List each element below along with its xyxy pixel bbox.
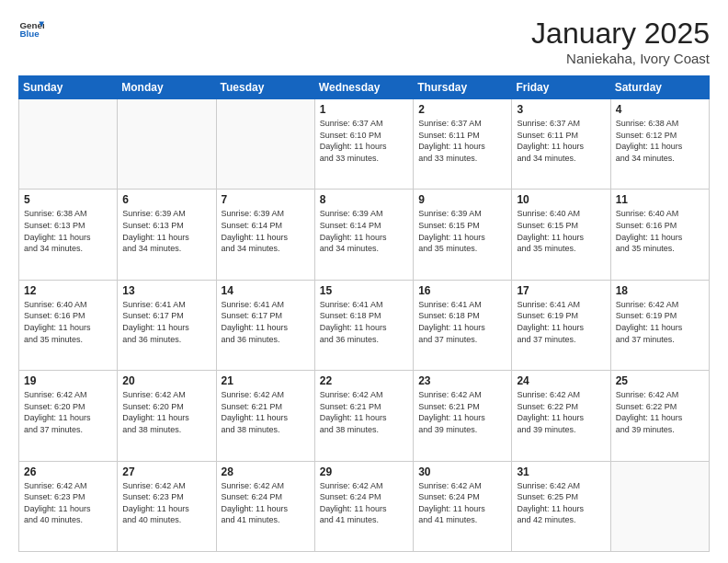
day-number: 17: [517, 284, 605, 297]
day-info: Sunrise: 6:38 AM Sunset: 6:12 PM Dayligh…: [616, 118, 704, 164]
header-wednesday: Wednesday: [314, 76, 413, 99]
header-monday: Monday: [118, 76, 216, 99]
day-number: 13: [122, 284, 210, 297]
title-block: January 2025 Naniekaha, Ivory Coast: [531, 17, 710, 66]
day-number: 22: [320, 374, 408, 387]
day-cell: [118, 99, 216, 190]
day-info: Sunrise: 6:42 AM Sunset: 6:24 PM Dayligh…: [418, 480, 506, 526]
day-cell: 17Sunrise: 6:41 AM Sunset: 6:19 PM Dayli…: [512, 280, 610, 370]
day-info: Sunrise: 6:41 AM Sunset: 6:18 PM Dayligh…: [418, 299, 506, 345]
header-friday: Friday: [512, 76, 610, 99]
header-sunday: Sunday: [19, 76, 118, 99]
day-info: Sunrise: 6:41 AM Sunset: 6:17 PM Dayligh…: [222, 299, 310, 345]
day-cell: 2Sunrise: 6:37 AM Sunset: 6:11 PM Daylig…: [414, 99, 512, 190]
day-cell: 1Sunrise: 6:37 AM Sunset: 6:10 PM Daylig…: [314, 99, 413, 190]
day-info: Sunrise: 6:42 AM Sunset: 6:24 PM Dayligh…: [320, 480, 408, 526]
month-title: January 2025: [531, 17, 710, 51]
day-cell: 21Sunrise: 6:42 AM Sunset: 6:21 PM Dayli…: [216, 371, 314, 461]
day-number: 21: [222, 374, 310, 387]
day-cell: 24Sunrise: 6:42 AM Sunset: 6:22 PM Dayli…: [512, 371, 610, 461]
day-cell: 23Sunrise: 6:42 AM Sunset: 6:21 PM Dayli…: [414, 371, 512, 461]
day-info: Sunrise: 6:37 AM Sunset: 6:11 PM Dayligh…: [418, 118, 506, 164]
day-cell: 14Sunrise: 6:41 AM Sunset: 6:17 PM Dayli…: [216, 280, 314, 370]
logo: General Blue: [18, 17, 48, 42]
logo-icon: General Blue: [18, 17, 44, 42]
day-cell: 28Sunrise: 6:42 AM Sunset: 6:24 PM Dayli…: [216, 461, 314, 551]
day-number: 31: [517, 465, 605, 478]
day-cell: 31Sunrise: 6:42 AM Sunset: 6:25 PM Dayli…: [512, 461, 610, 551]
day-info: Sunrise: 6:39 AM Sunset: 6:13 PM Dayligh…: [122, 208, 210, 254]
day-info: Sunrise: 6:42 AM Sunset: 6:19 PM Dayligh…: [616, 299, 704, 345]
header-tuesday: Tuesday: [216, 76, 314, 99]
day-info: Sunrise: 6:42 AM Sunset: 6:21 PM Dayligh…: [418, 389, 506, 435]
day-cell: 20Sunrise: 6:42 AM Sunset: 6:20 PM Dayli…: [118, 371, 216, 461]
day-info: Sunrise: 6:39 AM Sunset: 6:14 PM Dayligh…: [222, 208, 310, 254]
day-info: Sunrise: 6:41 AM Sunset: 6:17 PM Dayligh…: [122, 299, 210, 345]
day-number: 23: [418, 374, 506, 387]
day-number: 27: [122, 465, 210, 478]
day-info: Sunrise: 6:42 AM Sunset: 6:20 PM Dayligh…: [24, 389, 112, 435]
day-info: Sunrise: 6:41 AM Sunset: 6:18 PM Dayligh…: [320, 299, 408, 345]
day-info: Sunrise: 6:42 AM Sunset: 6:24 PM Dayligh…: [222, 480, 310, 526]
days-header-row: Sunday Monday Tuesday Wednesday Thursday…: [19, 76, 710, 99]
week-row-4: 19Sunrise: 6:42 AM Sunset: 6:20 PM Dayli…: [19, 371, 710, 461]
day-number: 30: [418, 465, 506, 478]
day-cell: 26Sunrise: 6:42 AM Sunset: 6:23 PM Dayli…: [19, 461, 118, 551]
day-cell: 30Sunrise: 6:42 AM Sunset: 6:24 PM Dayli…: [414, 461, 512, 551]
header-saturday: Saturday: [610, 76, 709, 99]
day-info: Sunrise: 6:39 AM Sunset: 6:14 PM Dayligh…: [320, 208, 408, 254]
day-cell: 13Sunrise: 6:41 AM Sunset: 6:17 PM Dayli…: [118, 280, 216, 370]
day-number: 16: [418, 284, 506, 297]
day-info: Sunrise: 6:42 AM Sunset: 6:23 PM Dayligh…: [24, 480, 112, 526]
page: General Blue January 2025 Naniekaha, Ivo…: [0, 0, 728, 563]
day-cell: 29Sunrise: 6:42 AM Sunset: 6:24 PM Dayli…: [314, 461, 413, 551]
day-number: 3: [517, 103, 605, 116]
day-number: 19: [24, 374, 112, 387]
day-info: Sunrise: 6:42 AM Sunset: 6:22 PM Dayligh…: [616, 389, 704, 435]
day-cell: [610, 461, 709, 551]
day-info: Sunrise: 6:40 AM Sunset: 6:15 PM Dayligh…: [517, 208, 605, 254]
day-info: Sunrise: 6:40 AM Sunset: 6:16 PM Dayligh…: [24, 299, 112, 345]
day-number: 28: [222, 465, 310, 478]
day-number: 14: [222, 284, 310, 297]
day-number: 4: [616, 103, 704, 116]
day-cell: 27Sunrise: 6:42 AM Sunset: 6:23 PM Dayli…: [118, 461, 216, 551]
week-row-3: 12Sunrise: 6:40 AM Sunset: 6:16 PM Dayli…: [19, 280, 710, 370]
day-number: 12: [24, 284, 112, 297]
week-row-1: 1Sunrise: 6:37 AM Sunset: 6:10 PM Daylig…: [19, 99, 710, 190]
day-number: 6: [122, 193, 210, 206]
day-cell: 25Sunrise: 6:42 AM Sunset: 6:22 PM Dayli…: [610, 371, 709, 461]
day-cell: 9Sunrise: 6:39 AM Sunset: 6:15 PM Daylig…: [414, 190, 512, 280]
day-cell: 8Sunrise: 6:39 AM Sunset: 6:14 PM Daylig…: [314, 190, 413, 280]
day-info: Sunrise: 6:40 AM Sunset: 6:16 PM Dayligh…: [616, 208, 704, 254]
calendar: Sunday Monday Tuesday Wednesday Thursday…: [18, 75, 710, 552]
day-info: Sunrise: 6:41 AM Sunset: 6:19 PM Dayligh…: [517, 299, 605, 345]
day-number: 10: [517, 193, 605, 206]
week-row-2: 5Sunrise: 6:38 AM Sunset: 6:13 PM Daylig…: [19, 190, 710, 280]
day-cell: 15Sunrise: 6:41 AM Sunset: 6:18 PM Dayli…: [314, 280, 413, 370]
day-number: 29: [320, 465, 408, 478]
day-number: 5: [24, 193, 112, 206]
day-cell: 10Sunrise: 6:40 AM Sunset: 6:15 PM Dayli…: [512, 190, 610, 280]
day-cell: [19, 99, 118, 190]
week-row-5: 26Sunrise: 6:42 AM Sunset: 6:23 PM Dayli…: [19, 461, 710, 551]
day-number: 2: [418, 103, 506, 116]
day-info: Sunrise: 6:42 AM Sunset: 6:25 PM Dayligh…: [517, 480, 605, 526]
day-number: 18: [616, 284, 704, 297]
location: Naniekaha, Ivory Coast: [531, 51, 710, 66]
day-cell: 22Sunrise: 6:42 AM Sunset: 6:21 PM Dayli…: [314, 371, 413, 461]
day-cell: 19Sunrise: 6:42 AM Sunset: 6:20 PM Dayli…: [19, 371, 118, 461]
day-cell: 4Sunrise: 6:38 AM Sunset: 6:12 PM Daylig…: [610, 99, 709, 190]
day-info: Sunrise: 6:39 AM Sunset: 6:15 PM Dayligh…: [418, 208, 506, 254]
day-number: 24: [517, 374, 605, 387]
day-cell: 12Sunrise: 6:40 AM Sunset: 6:16 PM Dayli…: [19, 280, 118, 370]
day-number: 26: [24, 465, 112, 478]
day-number: 11: [616, 193, 704, 206]
day-info: Sunrise: 6:42 AM Sunset: 6:23 PM Dayligh…: [122, 480, 210, 526]
day-info: Sunrise: 6:38 AM Sunset: 6:13 PM Dayligh…: [24, 208, 112, 254]
header-thursday: Thursday: [414, 76, 512, 99]
day-number: 7: [222, 193, 310, 206]
day-info: Sunrise: 6:42 AM Sunset: 6:20 PM Dayligh…: [122, 389, 210, 435]
day-cell: [216, 99, 314, 190]
day-number: 15: [320, 284, 408, 297]
